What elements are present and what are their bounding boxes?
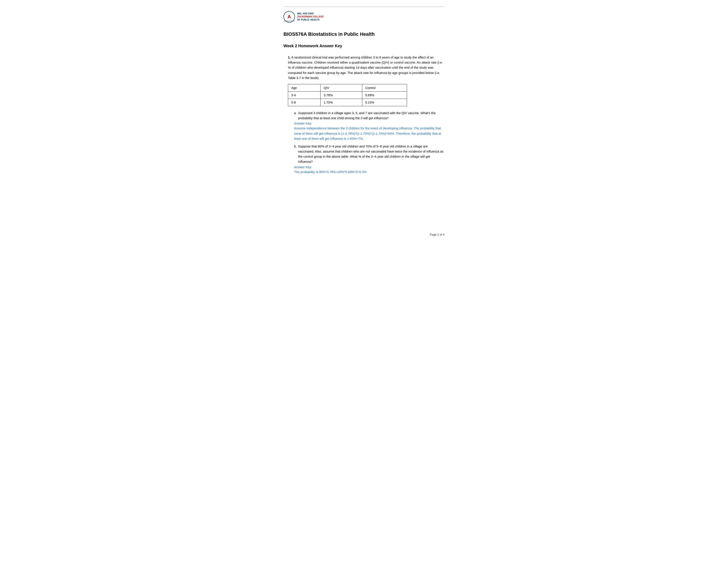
qiv-3-4: 3.78% [321, 91, 362, 99]
qiv-5-8: 1.70% [321, 99, 362, 106]
sub-a-answer-key-label: Answer Key: [294, 122, 445, 125]
sub-a-text: Supposed 3 children in a village ages 3,… [298, 111, 445, 121]
sub-b-text: Suppose that 80% of 3~4 year old childre… [298, 144, 445, 164]
week-title: Week 2 Homework Answer Key [283, 44, 445, 48]
table-row: 5-8 1.70% 5.15% [288, 99, 407, 106]
question-1-body: A randomized clinical trial was performe… [288, 56, 443, 80]
page: A THE UNIVERSITY OF ARIZONA MEL AND ENID… [270, 0, 458, 243]
svg-text:THE UNIVERSITY OF ARIZONA: THE UNIVERSITY OF ARIZONA [283, 20, 295, 22]
control-5-8: 5.15% [362, 99, 407, 106]
attack-rate-table: Age QIV Control 3-4 3.78% 5.69% 5-8 1.70… [288, 84, 407, 106]
sub-a-question: a. Supposed 3 children in a village ages… [294, 111, 445, 121]
sub-question-b: b. Suppose that 80% of 3~4 year old chil… [294, 144, 445, 175]
header: A THE UNIVERSITY OF ARIZONA MEL AND ENID… [283, 7, 445, 23]
question-1: 1. A randomized clinical trial was perfo… [288, 55, 445, 175]
table-row: 3-4 3.78% 5.69% [288, 91, 407, 99]
page-footer: Page 1 of 4 [430, 233, 445, 236]
sub-b-answer-key-label: Answer Key: [294, 165, 445, 169]
logo-area: A THE UNIVERSITY OF ARIZONA MEL AND ENID… [283, 11, 324, 23]
age-3-4: 3-4 [288, 91, 321, 99]
col-control: Control [362, 84, 407, 91]
sub-question-a: a. Supposed 3 children in a village ages… [294, 111, 445, 141]
col-age: Age [288, 84, 321, 91]
svg-text:A: A [287, 14, 291, 19]
sub-a-answer-key-text: Assume independence between the 3 childr… [294, 126, 445, 141]
question-1-text: 1. A randomized clinical trial was perfo… [288, 55, 445, 81]
question-number: 1. [288, 56, 291, 59]
ua-logo-icon: A THE UNIVERSITY OF ARIZONA [283, 11, 295, 23]
sub-b-label: b. [294, 144, 297, 164]
col-qiv: QIV [321, 84, 362, 91]
college-name-text: MEL AND ENID ZUCKERMAN COLLEGE OF PUBLIC… [297, 12, 324, 21]
sub-a-label: a. [294, 111, 297, 121]
page-title: BIOS576A Biostatistics in Public Health [283, 31, 445, 37]
age-5-8: 5-8 [288, 99, 321, 106]
college-name-block: MEL AND ENID ZUCKERMAN COLLEGE OF PUBLIC… [297, 12, 324, 21]
table-header-row: Age QIV Control [288, 84, 407, 91]
sub-b-answer-key-text: The probability is 80%*3.78%+20%*5.69%*2… [294, 169, 445, 175]
sub-b-question: b. Suppose that 80% of 3~4 year old chil… [294, 144, 445, 164]
control-3-4: 5.69% [362, 91, 407, 99]
